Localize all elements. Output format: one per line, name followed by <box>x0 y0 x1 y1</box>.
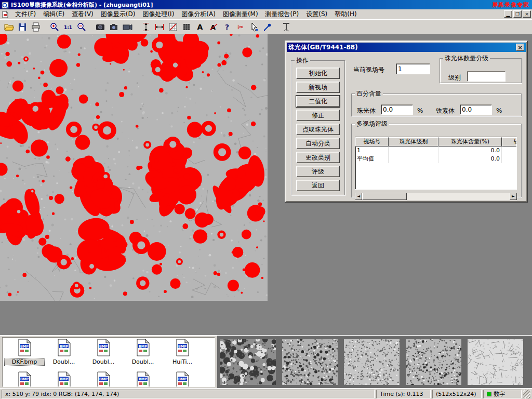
toolbar-cut-button[interactable]: ✂ <box>234 21 247 33</box>
scroll-right-button[interactable]: ► <box>510 193 517 200</box>
operation-group-label: 操作 <box>295 56 310 65</box>
dialog-button-init[interactable]: 初始化 <box>296 68 340 79</box>
thumbnail-4[interactable] <box>406 339 461 385</box>
grade-input[interactable] <box>467 71 506 82</box>
dialog-button-correct[interactable]: 修正 <box>296 110 340 121</box>
toolbar-open-button[interactable] <box>2 21 15 33</box>
toolbar-actual-size-button[interactable]: 1:1 <box>61 21 74 33</box>
table-header-1[interactable]: 珠光体级别 <box>389 137 438 147</box>
menu-file[interactable]: 文件(F) <box>11 9 39 20</box>
thumbnail-5[interactable] <box>468 339 523 385</box>
percent-group: 百分含量 珠光体 % 铁素体 % <box>351 89 522 116</box>
file-name: Doubl... <box>84 358 123 365</box>
toolbar-separator <box>43 21 47 33</box>
table-row[interactable]: 平均值0.0 <box>355 155 516 163</box>
current-field-input[interactable] <box>396 63 430 74</box>
file-item-partial[interactable]: BMP <box>84 371 123 387</box>
thumbnail-2[interactable] <box>282 339 338 385</box>
dialog-button-pick-pearlite[interactable]: 点取珠光体 <box>296 124 340 135</box>
file-item-partial[interactable]: BMP <box>163 371 202 387</box>
toolbar-measure-grid-button[interactable] <box>166 21 179 33</box>
metallographic-image[interactable] <box>0 34 268 301</box>
toolbar-color-picker-button[interactable] <box>261 21 274 33</box>
scrollbar-thumb[interactable] <box>362 193 407 200</box>
menu-image-process[interactable]: 图像处理(I) <box>139 9 178 20</box>
table-horizontal-scrollbar[interactable]: ◄ ► <box>355 193 517 200</box>
scrollbar-track[interactable] <box>407 193 510 200</box>
status-mode-label: 数字 <box>494 390 505 398</box>
toolbar-save-button[interactable] <box>16 21 29 33</box>
toolbar-camera-button[interactable] <box>121 21 134 33</box>
toolbar-help-button[interactable]: ? <box>220 21 233 33</box>
dialog-button-auto-classify[interactable]: 自动分类 <box>296 138 340 149</box>
toolbar-measure-vertical-button[interactable] <box>139 21 152 33</box>
toolbar-print-button[interactable] <box>29 21 42 33</box>
menu-edit[interactable]: 编辑(E) <box>39 9 68 20</box>
save-icon <box>17 22 28 32</box>
dialog-button-binarize[interactable]: 二值化 <box>296 96 340 107</box>
dialog-button-change-class[interactable]: 更改类别 <box>296 152 340 163</box>
toolbar-grid-small-button[interactable] <box>180 21 193 33</box>
file-item-huiti[interactable]: BMP HuiTi... <box>163 339 202 365</box>
ferrite-percent-input[interactable] <box>460 104 492 115</box>
stand-icon <box>281 22 291 32</box>
dialog-title-bar[interactable]: 珠光体(GB/T9441-88) × <box>287 43 526 52</box>
svg-text:✂: ✂ <box>237 23 244 31</box>
file-item-partial[interactable]: BMP <box>5 371 44 387</box>
mdi-restore-button[interactable]: ❐ <box>513 10 522 18</box>
toolbar-font-edit-button[interactable]: A <box>207 21 220 33</box>
file-item-doubl-3[interactable]: BMP Doubl... <box>123 339 163 365</box>
scroll-left-button[interactable]: ◄ <box>355 193 362 200</box>
thumbnail-1[interactable] <box>220 339 276 385</box>
font-edit-icon: A <box>208 22 219 32</box>
menu-image-analysis[interactable]: 图像分析(A) <box>178 9 219 20</box>
mdi-minimize-button[interactable]: ▁ <box>504 10 512 18</box>
toolbar-capture-button[interactable] <box>94 21 107 33</box>
bmp-file-icon: BMP <box>163 371 202 387</box>
table-cell: 0.0 <box>438 147 502 155</box>
toolbar-stand-button[interactable] <box>280 21 292 33</box>
toolbar-zoom-out-button[interactable] <box>75 21 88 33</box>
table-header-0[interactable]: 视场号 <box>355 137 389 147</box>
menu-image-display[interactable]: 图像显示(D) <box>97 9 139 20</box>
ferrite-label: 铁素体 <box>436 105 455 116</box>
dialog-button-return[interactable]: 返回 <box>296 180 340 191</box>
file-item-doubl-1[interactable]: BMP Doubl... <box>44 339 84 365</box>
file-item-dkf[interactable]: BMP DKF.bmp <box>5 339 44 365</box>
table-header-2[interactable]: 珠光体含量(%) <box>438 137 502 147</box>
status-bar: x: 510 y: 79 idx: 0 RGB: (174, 174, 174)… <box>0 388 532 399</box>
resize-grip[interactable] <box>523 390 530 398</box>
table-row[interactable]: 10.0 <box>355 147 516 155</box>
op-buttons: 初始化新视场二值化修正点取珠光体自动分类更改类别评级返回 <box>291 68 344 191</box>
table-header-3[interactable]: 铁素体含量(%) <box>502 137 517 147</box>
menu-items: 文件(F)编辑(E)查看(V)图像显示(D)图像处理(I)图像分析(A)图像测量… <box>11 9 361 20</box>
toolbar-separator <box>134 21 139 33</box>
toolbar-snapshot-button[interactable] <box>107 21 120 33</box>
svg-text:1:1: 1:1 <box>63 25 72 30</box>
toolbar-pointer-button[interactable] <box>247 21 260 33</box>
thumbnail-3[interactable] <box>344 339 400 385</box>
toolbar-zoom-in-button[interactable] <box>48 21 61 33</box>
dialog-button-new-field[interactable]: 新视场 <box>296 82 340 93</box>
menu-settings[interactable]: 设置(S) <box>302 9 331 20</box>
bmp-file-icon: BMP <box>163 339 202 358</box>
file-item-partial[interactable]: BMP <box>123 371 163 387</box>
toolbar-measure-horizontal-button[interactable] <box>153 21 166 33</box>
title-bar: IS100显微摄像系统(金相分析版) - [zhuguangti01] 屏幕录像… <box>0 0 532 9</box>
menu-image-measure[interactable]: 图像测量(M) <box>219 9 262 20</box>
menu-help[interactable]: 帮助(H) <box>331 9 360 20</box>
multi-field-table[interactable]: 视场号珠光体级别珠光体含量(%)铁素体含量(%) 10.0平均值0.0 <box>355 137 517 190</box>
files-row: BMP DKF.bmp BMP Doubl... BMP Doubl... BM… <box>3 338 215 365</box>
file-item-doubl-2[interactable]: BMP Doubl... <box>84 339 123 365</box>
mdi-document-icon[interactable] <box>1 11 9 18</box>
mdi-close-button[interactable]: × <box>523 10 531 18</box>
file-list[interactable]: BMP DKF.bmp BMP Doubl... BMP Doubl... BM… <box>2 337 215 387</box>
multi-field-group-label: 多视场评级 <box>355 119 389 128</box>
dialog-close-button[interactable]: × <box>516 44 524 51</box>
pearlite-percent-input[interactable] <box>381 104 413 115</box>
menu-measure-report[interactable]: 测量报告(P) <box>262 9 303 20</box>
file-item-partial[interactable]: BMP <box>44 371 84 387</box>
dialog-button-grade[interactable]: 评级 <box>296 166 340 177</box>
toolbar-text-annotate-button[interactable]: A <box>193 21 206 33</box>
menu-view[interactable]: 查看(V) <box>68 9 97 20</box>
